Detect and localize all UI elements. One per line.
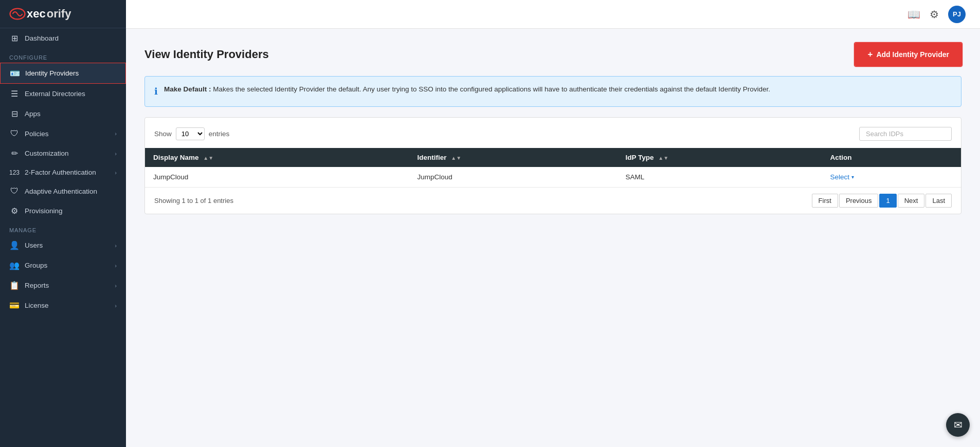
info-icon: ℹ: [154, 84, 158, 99]
last-page-button[interactable]: Last: [925, 194, 952, 208]
sidebar-item-label: Users: [25, 241, 43, 249]
sidebar-item-label: Provisioning: [25, 207, 63, 215]
sidebar-item-label: Adaptive Authentication: [25, 188, 97, 195]
sidebar-item-label: External Directories: [25, 90, 85, 98]
topbar: 📖 ⚙ PJ: [126, 0, 980, 29]
content-header: View Identity Providers + Add Identity P…: [144, 43, 961, 66]
idp-table: Display Name ▲▼ Identifier ▲▼ IdP Type ▲…: [145, 148, 961, 187]
sidebar-item-dashboard[interactable]: ⊞ Dashboard: [0, 28, 126, 48]
table-footer: Showing 1 to 1 of 1 entries First Previo…: [145, 187, 961, 214]
chat-icon: ✉: [954, 419, 963, 431]
sort-icon: ▲▼: [658, 155, 668, 161]
first-page-button[interactable]: First: [812, 194, 838, 208]
sidebar-item-groups[interactable]: 👥 Groups ›: [0, 255, 126, 275]
adaptive-auth-icon: 🛡: [9, 187, 20, 196]
info-banner: ℹ Make Default : Makes the selected Iden…: [144, 76, 961, 107]
groups-icon: 👥: [9, 260, 20, 270]
sidebar-item-label: Customization: [25, 150, 69, 157]
cell-idp-type: SAML: [617, 167, 822, 187]
add-button-label: Add Identity Provider: [876, 50, 949, 59]
sidebar-logo: xecorify: [0, 0, 126, 28]
show-entries: Show 10 25 50 100 entries: [154, 127, 229, 140]
content-area: View Identity Providers + Add Identity P…: [126, 29, 980, 447]
sidebar-item-label: License: [25, 302, 49, 309]
sidebar-item-identity-providers[interactable]: 🪪 Identity Providers: [0, 63, 126, 84]
table-card: Show 10 25 50 100 entries Display Name: [144, 117, 961, 214]
chevron-right-icon: ›: [115, 283, 117, 289]
select-action-link[interactable]: Select ▾: [830, 173, 953, 181]
external-directories-icon: ☰: [9, 89, 20, 99]
show-label: Show: [154, 130, 172, 138]
table-header-row: Display Name ▲▼ Identifier ▲▼ IdP Type ▲…: [145, 148, 961, 167]
entries-select[interactable]: 10 25 50 100: [176, 127, 205, 140]
col-action: Action: [822, 148, 961, 167]
current-page-button[interactable]: 1: [879, 194, 896, 208]
table-row: JumpCloud JumpCloud SAML Select ▾: [145, 167, 961, 187]
info-text: Make Default : Makes the selected Identi…: [164, 84, 770, 95]
sidebar-item-provisioning[interactable]: ⚙ Provisioning: [0, 201, 126, 221]
configure-section-label: Configure: [0, 48, 126, 63]
sidebar-item-customization[interactable]: ✏ Customization ›: [0, 143, 126, 163]
next-page-button[interactable]: Next: [898, 194, 925, 208]
chevron-right-icon: ›: [115, 170, 117, 176]
add-identity-provider-button[interactable]: + Add Identity Provider: [855, 43, 961, 66]
sidebar-item-reports[interactable]: 📋 Reports ›: [0, 275, 126, 295]
page-title: View Identity Providers: [144, 48, 269, 61]
sidebar-item-policies[interactable]: 🛡 Policies ›: [0, 124, 126, 143]
license-icon: 💳: [9, 301, 20, 310]
chevron-right-icon: ›: [115, 303, 117, 309]
sidebar-item-label: Policies: [25, 130, 49, 138]
col-idp-type: IdP Type ▲▼: [617, 148, 822, 167]
col-display-name: Display Name ▲▼: [145, 148, 409, 167]
sidebar-item-label: Identity Providers: [25, 69, 79, 77]
chevron-right-icon: ›: [115, 151, 117, 157]
chevron-right-icon: ›: [115, 263, 117, 269]
manage-section-label: Manage: [0, 221, 126, 235]
sidebar-item-label: Dashboard: [25, 34, 59, 42]
info-bold: Make Default :: [164, 85, 211, 93]
policies-icon: 🛡: [9, 129, 20, 138]
chevron-right-icon: ›: [115, 131, 117, 137]
cell-display-name: JumpCloud: [145, 167, 409, 187]
cell-action: Select ▾: [822, 167, 961, 187]
col-identifier: Identifier ▲▼: [409, 148, 618, 167]
apps-icon: ⊟: [9, 109, 20, 119]
dashboard-icon: ⊞: [9, 33, 20, 43]
table-controls: Show 10 25 50 100 entries: [145, 127, 961, 148]
sidebar-item-label: Groups: [25, 262, 47, 269]
sidebar-item-label: 2-Factor Authentication: [25, 169, 96, 176]
reports-icon: 📋: [9, 281, 20, 290]
logo-text: xecorify: [27, 7, 71, 21]
chevron-down-icon: ▾: [851, 174, 854, 180]
2fa-icon: 123: [9, 169, 20, 176]
avatar[interactable]: PJ: [948, 6, 966, 23]
users-icon: 👤: [9, 240, 20, 250]
chat-bubble[interactable]: ✉: [946, 413, 970, 437]
previous-page-button[interactable]: Previous: [839, 194, 879, 208]
sidebar-item-label: Reports: [25, 282, 49, 289]
info-rest: Makes the selected Identity Provider the…: [213, 85, 770, 93]
customization-icon: ✏: [9, 148, 20, 158]
plus-icon: +: [867, 49, 873, 60]
entries-label: entries: [209, 130, 230, 138]
sidebar-item-license[interactable]: 💳 License ›: [0, 295, 126, 315]
sidebar-item-adaptive-auth[interactable]: 🛡 Adaptive Authentication: [0, 181, 126, 201]
sidebar-item-external-directories[interactable]: ☰ External Directories: [0, 84, 126, 104]
pagination: First Previous 1 Next Last: [812, 194, 952, 208]
sidebar-item-users[interactable]: 👤 Users ›: [0, 235, 126, 255]
sidebar: xecorify ⊞ Dashboard Configure 🪪 Identit…: [0, 0, 126, 447]
book-icon[interactable]: 📖: [908, 8, 920, 21]
identity-providers-icon: 🪪: [10, 68, 20, 78]
gear-icon[interactable]: ⚙: [930, 8, 939, 21]
main: 📖 ⚙ PJ View Identity Providers + Add Ide…: [126, 0, 980, 447]
chevron-right-icon: ›: [115, 243, 117, 249]
sort-icon: ▲▼: [451, 155, 461, 161]
sidebar-item-label: Apps: [25, 110, 41, 118]
showing-text: Showing 1 to 1 of 1 entries: [154, 197, 233, 204]
sidebar-item-2fa[interactable]: 123 2-Factor Authentication ›: [0, 163, 126, 181]
search-input[interactable]: [859, 127, 952, 141]
sidebar-item-apps[interactable]: ⊟ Apps: [0, 104, 126, 124]
sort-icon: ▲▼: [203, 155, 213, 161]
provisioning-icon: ⚙: [9, 206, 20, 216]
cell-identifier: JumpCloud: [409, 167, 618, 187]
